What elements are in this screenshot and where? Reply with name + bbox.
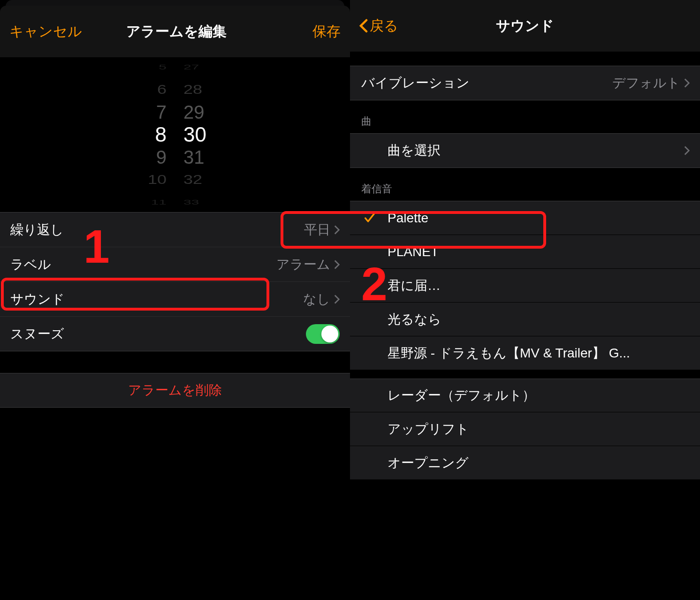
ringtone-list: Palette PLANET 君に届… 光るなら 星野源 - ドラえもん【MV … bbox=[350, 201, 700, 480]
back-button[interactable]: 戻る bbox=[359, 16, 430, 36]
ringtone-item[interactable]: オープニング bbox=[350, 446, 700, 480]
nav-bar: キャンセル アラームを編集 保存 bbox=[0, 6, 350, 57]
ringtone-item[interactable]: レーダー（デフォルト） bbox=[350, 379, 700, 412]
picker-item: 32 bbox=[183, 171, 202, 188]
label-row[interactable]: ラベル アラーム bbox=[0, 247, 350, 281]
picker-item: 10 bbox=[148, 171, 167, 188]
row-label: 繰り返し bbox=[10, 221, 64, 239]
minute-column[interactable]: 27 28 29 30 31 32 33 bbox=[175, 57, 227, 212]
picker-item: 31 bbox=[183, 146, 205, 168]
row-label: スヌーズ bbox=[10, 325, 64, 343]
row-value bbox=[684, 146, 690, 155]
picker-item: 29 bbox=[183, 101, 205, 123]
ringtone-item[interactable]: 光るなら bbox=[350, 303, 700, 336]
nav-bar: 戻る サウンド bbox=[350, 0, 700, 52]
section-header-song: 曲 bbox=[350, 100, 700, 133]
row-label: サウンド bbox=[10, 290, 65, 308]
check-icon bbox=[363, 212, 376, 225]
chevron-right-icon bbox=[334, 225, 340, 235]
row-label: ラベル bbox=[10, 256, 51, 273]
ringtone-item[interactable]: Palette bbox=[350, 201, 700, 235]
picker-item-selected: 30 bbox=[183, 123, 206, 146]
chevron-right-icon bbox=[334, 295, 340, 304]
picker-item: 28 bbox=[183, 81, 202, 98]
row-value: デフォルト bbox=[612, 74, 690, 92]
vibration-row[interactable]: バイブレーション デフォルト bbox=[350, 66, 700, 100]
delete-alarm-button[interactable]: アラームを削除 bbox=[0, 373, 350, 408]
sound-screen: 戻る サウンド バイブレーション デフォルト 曲 曲を選択 着信音 bbox=[350, 0, 700, 600]
picker-item: 9 bbox=[156, 146, 167, 168]
choose-song-row[interactable]: 曲を選択 bbox=[350, 133, 700, 168]
picker-item: 33 bbox=[183, 197, 199, 208]
picker-item: 11 bbox=[151, 197, 167, 208]
ringtone-item[interactable]: アップリフト bbox=[350, 412, 700, 446]
chevron-right-icon bbox=[684, 146, 690, 155]
edit-alarm-screen: キャンセル アラームを編集 保存 5 6 7 8 9 10 11 27 28 2… bbox=[0, 0, 350, 600]
picker-item: 6 bbox=[157, 81, 167, 98]
chevron-right-icon bbox=[684, 78, 690, 88]
row-value: 平日 bbox=[304, 221, 340, 239]
ringtone-item[interactable]: 星野源 - ドラえもん【MV & Trailer】 G... bbox=[350, 336, 700, 370]
time-picker[interactable]: 5 6 7 8 9 10 11 27 28 29 30 31 32 33 bbox=[0, 57, 350, 212]
hour-column[interactable]: 5 6 7 8 9 10 11 bbox=[123, 57, 175, 212]
nav-title: アラームを編集 bbox=[82, 22, 270, 41]
save-button[interactable]: 保存 bbox=[270, 22, 341, 41]
repeat-row[interactable]: 繰り返し 平日 bbox=[0, 212, 350, 247]
section-header-ringtone: 着信音 bbox=[350, 168, 700, 201]
sound-row[interactable]: サウンド なし bbox=[0, 281, 350, 316]
row-value: アラーム bbox=[276, 256, 340, 273]
row-label: 曲を選択 bbox=[388, 142, 441, 159]
chevron-left-icon bbox=[359, 19, 368, 33]
snooze-row: スヌーズ bbox=[0, 316, 350, 351]
cancel-button[interactable]: キャンセル bbox=[9, 22, 82, 41]
ringtone-item[interactable]: PLANET bbox=[350, 235, 700, 269]
ringtone-item[interactable]: 君に届… bbox=[350, 269, 700, 303]
picker-item: 27 bbox=[183, 61, 199, 73]
snooze-switch[interactable] bbox=[306, 324, 340, 344]
picker-item-selected: 8 bbox=[155, 123, 167, 146]
picker-item: 7 bbox=[156, 101, 167, 123]
row-value: なし bbox=[303, 290, 340, 308]
chevron-right-icon bbox=[334, 260, 340, 269]
row-label: バイブレーション bbox=[361, 74, 470, 92]
picker-item: 5 bbox=[159, 61, 167, 73]
nav-title: サウンド bbox=[430, 16, 620, 36]
